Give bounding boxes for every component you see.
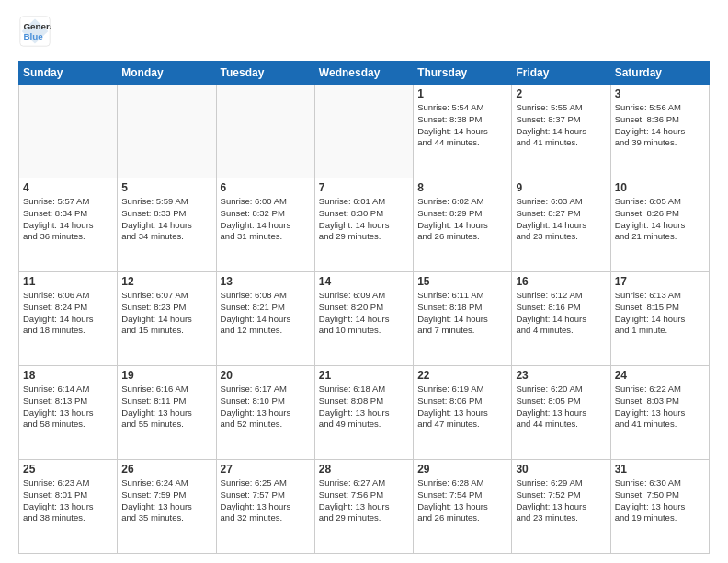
day-number: 6 [221,181,311,194]
calendar-week-row: 1Sunrise: 5:54 AMSunset: 8:38 PMDaylight… [19,85,710,178]
day-number: 31 [615,463,705,476]
day-info: Sunrise: 6:01 AMSunset: 8:30 PMDaylight:… [319,196,409,243]
calendar-day-cell: 17Sunrise: 6:13 AMSunset: 8:15 PMDayligh… [610,272,709,366]
day-info: Sunrise: 6:22 AMSunset: 8:03 PMDaylight:… [615,384,705,431]
day-number: 25 [23,463,113,476]
day-info: Sunrise: 6:07 AMSunset: 8:23 PMDaylight:… [121,290,211,337]
day-of-week-header: Monday [118,62,216,85]
day-of-week-header: Saturday [610,62,709,85]
day-number: 14 [319,275,409,288]
day-info: Sunrise: 6:18 AMSunset: 8:08 PMDaylight:… [319,384,409,431]
day-info: Sunrise: 6:00 AMSunset: 8:32 PMDaylight:… [221,196,311,243]
day-number: 19 [121,369,211,382]
calendar-day-cell: 26Sunrise: 6:24 AMSunset: 7:59 PMDayligh… [118,460,216,554]
day-info: Sunrise: 6:28 AMSunset: 7:54 PMDaylight:… [417,477,507,524]
day-info: Sunrise: 6:02 AMSunset: 8:29 PMDaylight:… [417,196,507,243]
day-number: 21 [319,369,409,382]
day-info: Sunrise: 6:16 AMSunset: 8:11 PMDaylight:… [121,384,211,431]
calendar-day-cell: 12Sunrise: 6:07 AMSunset: 8:23 PMDayligh… [118,272,216,366]
calendar-day-cell: 28Sunrise: 6:27 AMSunset: 7:56 PMDayligh… [314,460,413,554]
day-info: Sunrise: 5:55 AMSunset: 8:37 PMDaylight:… [516,102,606,149]
day-info: Sunrise: 6:29 AMSunset: 7:52 PMDaylight:… [516,477,606,524]
day-of-week-header: Sunday [19,62,118,85]
day-info: Sunrise: 6:27 AMSunset: 7:56 PMDaylight:… [319,477,409,524]
calendar-day-cell: 14Sunrise: 6:09 AMSunset: 8:20 PMDayligh… [314,272,413,366]
calendar-table: SundayMondayTuesdayWednesdayThursdayFrid… [18,61,710,554]
calendar-day-cell: 3Sunrise: 5:56 AMSunset: 8:36 PMDaylight… [610,85,709,178]
day-number: 20 [221,369,311,382]
day-info: Sunrise: 6:20 AMSunset: 8:05 PMDaylight:… [516,384,606,431]
calendar-day-cell: 23Sunrise: 6:20 AMSunset: 8:05 PMDayligh… [512,366,610,460]
calendar-day-cell: 10Sunrise: 6:05 AMSunset: 8:26 PMDayligh… [610,178,709,272]
calendar-day-cell: 16Sunrise: 6:12 AMSunset: 8:16 PMDayligh… [512,272,610,366]
day-info: Sunrise: 6:03 AMSunset: 8:27 PMDaylight:… [516,196,606,243]
calendar-day-cell: 31Sunrise: 6:30 AMSunset: 7:50 PMDayligh… [610,460,709,554]
day-number: 8 [417,181,507,194]
day-of-week-header: Friday [512,62,610,85]
day-number: 12 [121,275,211,288]
day-info: Sunrise: 6:30 AMSunset: 7:50 PMDaylight:… [615,477,705,524]
day-info: Sunrise: 6:06 AMSunset: 8:24 PMDaylight:… [23,290,113,337]
day-number: 3 [615,87,705,100]
calendar-day-cell: 29Sunrise: 6:28 AMSunset: 7:54 PMDayligh… [414,460,512,554]
day-number: 7 [319,181,409,194]
calendar-day-cell: 30Sunrise: 6:29 AMSunset: 7:52 PMDayligh… [512,460,610,554]
day-info: Sunrise: 5:59 AMSunset: 8:33 PMDaylight:… [121,196,211,243]
day-number: 1 [417,87,507,100]
page-header: General Blue [18,15,710,52]
day-number: 27 [221,463,311,476]
calendar-day-cell: 9Sunrise: 6:03 AMSunset: 8:27 PMDaylight… [512,178,610,272]
day-number: 18 [23,369,113,382]
day-info: Sunrise: 6:24 AMSunset: 7:59 PMDaylight:… [121,477,211,524]
day-of-week-header: Tuesday [216,62,314,85]
calendar-day-cell: 1Sunrise: 5:54 AMSunset: 8:38 PMDaylight… [414,85,512,178]
day-number: 28 [319,463,409,476]
day-of-week-header: Wednesday [314,62,413,85]
day-info: Sunrise: 6:11 AMSunset: 8:18 PMDaylight:… [417,290,507,337]
day-number: 10 [615,181,705,194]
calendar-day-cell: 21Sunrise: 6:18 AMSunset: 8:08 PMDayligh… [314,366,413,460]
day-info: Sunrise: 6:09 AMSunset: 8:20 PMDaylight:… [319,290,409,337]
calendar-day-cell: 24Sunrise: 6:22 AMSunset: 8:03 PMDayligh… [610,366,709,460]
day-info: Sunrise: 6:17 AMSunset: 8:10 PMDaylight:… [221,384,311,431]
day-number: 15 [417,275,507,288]
calendar-day-cell: 11Sunrise: 6:06 AMSunset: 8:24 PMDayligh… [19,272,118,366]
day-info: Sunrise: 6:05 AMSunset: 8:26 PMDaylight:… [615,196,705,243]
day-number: 4 [23,181,113,194]
day-number: 22 [417,369,507,382]
calendar-day-cell: 2Sunrise: 5:55 AMSunset: 8:37 PMDaylight… [512,85,610,178]
logo: General Blue [18,15,55,52]
logo-icon: General Blue [18,15,51,52]
day-of-week-header: Thursday [414,62,512,85]
svg-text:Blue: Blue [23,31,43,41]
day-info: Sunrise: 6:08 AMSunset: 8:21 PMDaylight:… [221,290,311,337]
calendar-week-row: 11Sunrise: 6:06 AMSunset: 8:24 PMDayligh… [19,272,710,366]
day-number: 2 [516,87,606,100]
calendar-day-cell: 18Sunrise: 6:14 AMSunset: 8:13 PMDayligh… [19,366,118,460]
svg-text:General: General [23,21,51,31]
day-number: 11 [23,275,113,288]
calendar-day-cell: 7Sunrise: 6:01 AMSunset: 8:30 PMDaylight… [314,178,413,272]
day-info: Sunrise: 6:19 AMSunset: 8:06 PMDaylight:… [417,384,507,431]
day-number: 23 [516,369,606,382]
day-number: 30 [516,463,606,476]
calendar-day-cell: 22Sunrise: 6:19 AMSunset: 8:06 PMDayligh… [414,366,512,460]
calendar-day-cell: 4Sunrise: 5:57 AMSunset: 8:34 PMDaylight… [19,178,118,272]
day-info: Sunrise: 6:12 AMSunset: 8:16 PMDaylight:… [516,290,606,337]
calendar-day-cell: 25Sunrise: 6:23 AMSunset: 8:01 PMDayligh… [19,460,118,554]
calendar-day-cell [216,85,314,178]
calendar-day-cell [118,85,216,178]
day-info: Sunrise: 5:56 AMSunset: 8:36 PMDaylight:… [615,102,705,149]
calendar-day-cell: 6Sunrise: 6:00 AMSunset: 8:32 PMDaylight… [216,178,314,272]
calendar-day-cell: 13Sunrise: 6:08 AMSunset: 8:21 PMDayligh… [216,272,314,366]
day-number: 5 [121,181,211,194]
day-number: 9 [516,181,606,194]
day-info: Sunrise: 5:54 AMSunset: 8:38 PMDaylight:… [417,102,507,149]
calendar-day-cell: 27Sunrise: 6:25 AMSunset: 7:57 PMDayligh… [216,460,314,554]
day-number: 26 [121,463,211,476]
calendar-week-row: 4Sunrise: 5:57 AMSunset: 8:34 PMDaylight… [19,178,710,272]
day-info: Sunrise: 6:14 AMSunset: 8:13 PMDaylight:… [23,384,113,431]
calendar-week-row: 18Sunrise: 6:14 AMSunset: 8:13 PMDayligh… [19,366,710,460]
calendar-day-cell [19,85,118,178]
day-number: 16 [516,275,606,288]
